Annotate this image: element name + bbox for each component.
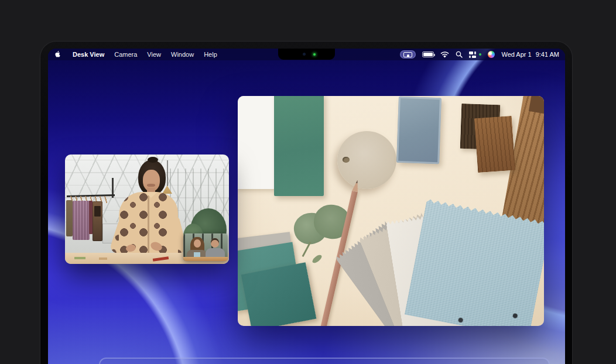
brown-wood-sample — [474, 116, 515, 173]
battery-icon[interactable] — [422, 51, 434, 57]
menu-window[interactable]: Window — [171, 51, 194, 58]
facetime-window[interactable] — [65, 154, 229, 264]
screen: Desk View Camera View Window Help — [48, 49, 565, 364]
camera-in-use-green-light — [313, 53, 316, 56]
desk-view-window[interactable] — [238, 96, 544, 326]
hanging-garment-mauve — [73, 201, 90, 240]
bluegray-tile-sample — [396, 97, 442, 164]
apple-icon — [55, 51, 61, 59]
menu-help[interactable]: Help — [204, 51, 217, 58]
fabric-snap-button — [512, 313, 518, 318]
display-notch — [278, 49, 335, 60]
search-icon[interactable] — [456, 51, 463, 58]
pendant-lamp-cord — [167, 160, 168, 186]
app-menu-desk-view[interactable]: Desk View — [73, 51, 104, 58]
facetime-pip-thumbnail[interactable] — [183, 233, 228, 261]
hanging-garment-olive — [66, 200, 73, 236]
continuity-camera-indicator-icon[interactable] — [400, 50, 416, 59]
green-tile-sample — [274, 96, 324, 196]
display-person-icon — [403, 52, 412, 57]
menu-bar-clock[interactable]: Wed Apr 1 9:41 AM — [501, 51, 559, 58]
desk-swatch-tan — [99, 257, 107, 260]
screen-mirroring-icon[interactable] — [469, 51, 476, 58]
time-text: 9:41 AM — [536, 51, 559, 58]
menu-view[interactable]: View — [147, 51, 161, 58]
felt-disc-hole — [343, 157, 350, 163]
notch-camera-lens-icon — [303, 53, 306, 56]
wifi-icon[interactable] — [440, 51, 449, 58]
menu-camera[interactable]: Camera — [114, 51, 137, 58]
fabric-snap-button — [458, 317, 463, 322]
caller-woman-face — [194, 239, 201, 248]
date-text: Wed Apr 1 — [501, 51, 531, 58]
caller-desk-edge — [183, 257, 228, 261]
caller-man-face — [211, 238, 219, 248]
small-leaf — [311, 253, 323, 265]
desktop-scene: Desk View Camera View Window Help — [0, 0, 616, 364]
camera-active-dot-icon — [479, 53, 481, 56]
desk-swatch-green — [74, 257, 85, 259]
wood-cabinet — [93, 201, 102, 241]
siri-icon[interactable] — [488, 51, 495, 58]
white-tile-sample — [238, 96, 275, 189]
presenter-polka-dot-blouse — [119, 192, 178, 254]
apple-menu[interactable] — [55, 51, 61, 59]
macbook-frame: Desk View Camera View Window Help — [40, 41, 573, 364]
presenter-hair-bun — [148, 157, 158, 163]
background-window-edge[interactable] — [99, 358, 550, 364]
felt-disc-sample — [337, 131, 396, 189]
